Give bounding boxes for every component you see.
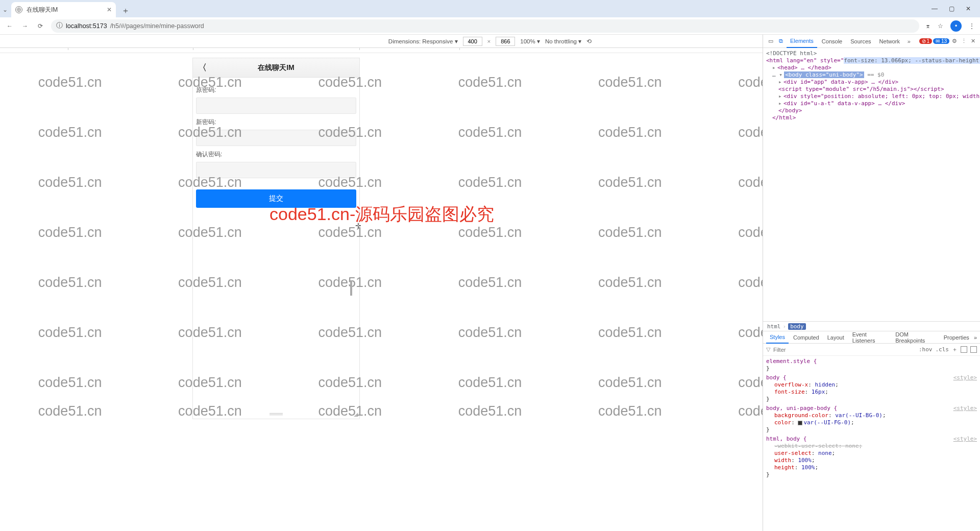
tab-close-icon[interactable]: ✕ bbox=[107, 6, 112, 13]
breadcrumb[interactable]: html › body bbox=[763, 321, 980, 331]
tab-sources[interactable]: Sources bbox=[847, 35, 874, 48]
tab-dom-breakpoints[interactable]: DOM Breakpoints bbox=[892, 331, 939, 344]
tab-event-listeners[interactable]: Event Listeners bbox=[849, 331, 891, 344]
app-back-icon[interactable]: 〈 bbox=[198, 62, 207, 74]
old-password-label: 原密码: bbox=[196, 86, 356, 94]
cls-toggle[interactable]: .cls bbox=[936, 346, 949, 353]
filter-icon: ▽ bbox=[766, 346, 770, 353]
styles-filter-input[interactable] bbox=[773, 347, 916, 353]
dom-tree[interactable]: <!DOCTYPE html> <html lang="en" style="f… bbox=[763, 48, 980, 150]
settings-gear-icon[interactable]: ⚙ bbox=[950, 38, 959, 44]
html-close-node: </html> bbox=[766, 114, 977, 122]
tab-layout[interactable]: Layout bbox=[824, 331, 848, 344]
message-badge[interactable]: ✉ 13 bbox=[933, 38, 949, 44]
tab-properties[interactable]: Properties bbox=[940, 331, 973, 344]
rule-html-body[interactable]: <style> html, body { -webkit-user-select… bbox=[766, 436, 977, 478]
throttling-select[interactable]: No throttling ▾ bbox=[545, 38, 581, 45]
window-maximize-icon[interactable]: ▢ bbox=[949, 5, 954, 12]
resize-handle-icon[interactable]: ✛ bbox=[355, 222, 361, 230]
device-stage: 〈 在线聊天IM 原密码: 新密码: 确认密码: 提交 ◢ ✛ bbox=[0, 53, 545, 531]
favicon-icon bbox=[15, 6, 22, 13]
hidden-div-node[interactable]: ▸<div style="position: absolute; left: 0… bbox=[766, 93, 977, 100]
app-div-node[interactable]: ▸<div id="app" data-v-app> … </div> bbox=[766, 79, 977, 86]
address-bar: ← → ⟳ ⓘ localhost:5173/h5/#/pages/mine/m… bbox=[0, 17, 980, 35]
site-info-icon[interactable]: ⓘ bbox=[56, 21, 63, 30]
forward-icon[interactable]: → bbox=[20, 22, 30, 30]
reload-icon[interactable]: ⟳ bbox=[36, 22, 45, 30]
breadcrumb-html[interactable]: html bbox=[767, 323, 781, 330]
app-title: 在线聊天IM bbox=[258, 63, 295, 73]
device-mode-icon[interactable]: ⧉ bbox=[776, 38, 786, 44]
chrome-menu-icon[interactable]: ⋮ bbox=[969, 22, 975, 30]
devtools-menu-icon[interactable]: ⋮ bbox=[960, 38, 968, 44]
zoom-select[interactable]: 100% ▾ bbox=[520, 38, 540, 45]
tab-elements[interactable]: Elements bbox=[787, 35, 817, 48]
body-close-node: </body> bbox=[766, 107, 977, 114]
resize-bar-icon[interactable] bbox=[350, 280, 352, 296]
tab-title: 在线聊天IM bbox=[27, 6, 58, 14]
breadcrumb-body[interactable]: body bbox=[788, 323, 806, 330]
devtools-tabs: ▭ ⧉ Elements Console Sources Network » ⊘… bbox=[763, 35, 980, 48]
hov-toggle[interactable]: :hov bbox=[919, 346, 933, 353]
app-header: 〈 在线聊天IM bbox=[193, 58, 359, 78]
window-minimize-icon[interactable]: — bbox=[932, 5, 938, 12]
styles-tabs: Styles Computed Layout Event Listeners D… bbox=[763, 331, 980, 344]
error-badge[interactable]: ⊘ 1 bbox=[919, 38, 933, 44]
old-password-input[interactable] bbox=[196, 98, 356, 114]
window-close-icon[interactable]: ✕ bbox=[966, 5, 971, 12]
styles-body[interactable]: element.style {} <style> body { overflow… bbox=[763, 356, 980, 531]
rotate-icon[interactable]: ⟲ bbox=[586, 38, 592, 45]
new-style-rule-icon[interactable]: ＋ bbox=[952, 346, 958, 353]
profile-avatar[interactable]: • bbox=[950, 20, 962, 32]
url-host: localhost:5173 bbox=[66, 22, 107, 30]
rule-body[interactable]: <style> body { overflow-x: hidden; font-… bbox=[766, 374, 977, 403]
drag-handle-icon[interactable] bbox=[270, 413, 283, 416]
dimension-x: × bbox=[487, 38, 491, 44]
doctype-node: <!DOCTYPE html> bbox=[766, 50, 977, 57]
more-tabs-icon[interactable]: » bbox=[904, 38, 914, 44]
devtools-panel: ▭ ⧉ Elements Console Sources Network » ⊘… bbox=[763, 35, 980, 531]
tab-search-icon[interactable]: ⌄ bbox=[3, 2, 7, 17]
head-node[interactable]: ▸<head> … </head> bbox=[766, 64, 977, 71]
styles-filter-row: ▽ :hov .cls ＋ bbox=[763, 344, 980, 356]
bookmark-star-icon[interactable]: ☆ bbox=[938, 22, 943, 30]
confirm-password-input[interactable] bbox=[196, 162, 356, 178]
browser-titlebar: ⌄ 在线聊天IM ✕ ＋ — ▢ ✕ bbox=[0, 0, 980, 17]
resize-corner-icon[interactable]: ◢ bbox=[354, 411, 358, 418]
toggle-common-rendering-icon[interactable] bbox=[961, 346, 967, 353]
script-node[interactable]: <script type="module" src="/h5/main.js">… bbox=[766, 86, 977, 93]
password-form: 原密码: 新密码: 确认密码: 提交 bbox=[193, 78, 359, 212]
body-node[interactable]: … ▾<body class="uni-body"> == $0 bbox=[766, 71, 977, 79]
more-styles-tabs-icon[interactable]: » bbox=[974, 334, 977, 341]
submit-button[interactable]: 提交 bbox=[196, 189, 356, 208]
toggle-print-media-icon[interactable] bbox=[970, 346, 977, 353]
new-tab-button[interactable]: ＋ bbox=[119, 4, 132, 17]
emulated-device: 〈 在线聊天IM 原密码: 新密码: 确认密码: 提交 ◢ bbox=[193, 58, 359, 419]
tab-network[interactable]: Network bbox=[876, 35, 903, 48]
tab-computed[interactable]: Computed bbox=[790, 331, 823, 344]
inspect-icon[interactable]: ▭ bbox=[766, 38, 775, 44]
url-path: /h5/#/pages/mine/mine-password bbox=[110, 22, 204, 30]
confirm-password-label: 确认密码: bbox=[196, 150, 356, 159]
new-password-input[interactable] bbox=[196, 130, 356, 146]
browser-tab[interactable]: 在线聊天IM ✕ bbox=[11, 2, 116, 17]
rule-body-unipage[interactable]: <style> body, uni-page-body { background… bbox=[766, 405, 977, 433]
devtools-close-icon[interactable]: ✕ bbox=[969, 38, 977, 44]
tab-console[interactable]: Console bbox=[818, 35, 846, 48]
back-icon[interactable]: ← bbox=[5, 22, 14, 30]
new-password-label: 新密码: bbox=[196, 118, 356, 127]
url-input[interactable]: ⓘ localhost:5173/h5/#/pages/mine/mine-pa… bbox=[51, 19, 919, 33]
uat-div-node[interactable]: ▸<div id="u-a-t" data-v-app> … </div> bbox=[766, 100, 977, 107]
tab-styles[interactable]: Styles bbox=[766, 331, 789, 344]
password-key-icon[interactable]: ⌆ bbox=[925, 22, 930, 30]
html-node[interactable]: <html lang="en" style="font-size: 13.066… bbox=[766, 57, 977, 64]
device-height-input[interactable] bbox=[496, 37, 515, 46]
device-width-input[interactable] bbox=[463, 37, 482, 46]
rule-element-style[interactable]: element.style {} bbox=[766, 358, 977, 372]
dimensions-select[interactable]: Dimensions: Responsive ▾ bbox=[388, 38, 458, 45]
